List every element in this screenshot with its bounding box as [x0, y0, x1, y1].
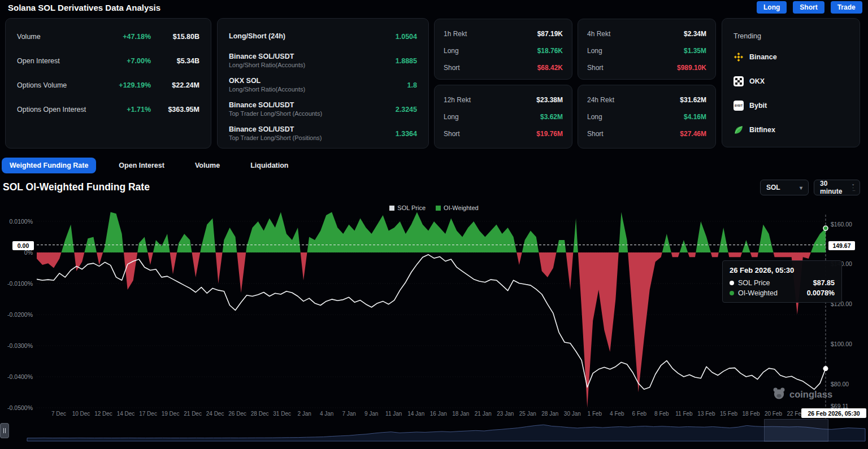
- rekt-short-value: $19.76M: [536, 130, 563, 138]
- svg-text:$100.00: $100.00: [831, 341, 852, 347]
- tab-volume[interactable]: Volume: [187, 158, 228, 173]
- trade-button[interactable]: Trade: [831, 1, 862, 14]
- trending-item-bitfinex[interactable]: Bitfinex: [734, 117, 848, 142]
- stat-value: $363.95M: [162, 106, 199, 114]
- rekt-long-label: Long: [444, 113, 459, 121]
- svg-text:4 Jan: 4 Jan: [320, 411, 333, 417]
- rekt-long-value: $3.62M: [540, 113, 563, 121]
- rekt-short-label: Short: [587, 130, 604, 138]
- rekt-title: 12h Rekt: [444, 96, 471, 104]
- trending-item-okx[interactable]: OKX: [734, 69, 848, 93]
- chevron-down-icon: ▾: [800, 185, 802, 191]
- svg-text:15 Feb: 15 Feb: [720, 411, 738, 417]
- svg-text:10 Dec: 10 Dec: [72, 411, 90, 417]
- chart-tabs: Weighted Funding Rate Open Interest Volu…: [2, 158, 297, 173]
- svg-text:11 Jan: 11 Jan: [385, 411, 402, 417]
- tooltip-series-value: 0.0078%: [807, 289, 835, 297]
- funding-rate-chart[interactable]: 0.0100%0%-0.0100%-0.0200%-0.0300%-0.0400…: [0, 210, 868, 419]
- chart-navigator[interactable]: [0, 419, 868, 442]
- stat-change: +47.18%: [123, 33, 151, 41]
- rekt-long-value: $4.16M: [684, 113, 706, 121]
- long-button[interactable]: Long: [757, 1, 787, 14]
- svg-text:2 Jan: 2 Jan: [297, 411, 311, 417]
- tooltip-series-name: OI-Weighted: [738, 289, 778, 297]
- volume-stats-card: Volume +47.18%$15.80B Open Interest +7.0…: [5, 18, 211, 149]
- ratio-value: 1.8: [407, 81, 417, 89]
- trending-title: Trending: [734, 28, 848, 45]
- stat-row-open-interest: Open Interest +7.00%$5.34B: [17, 49, 199, 73]
- svg-text:30 Jan: 30 Jan: [564, 411, 581, 417]
- svg-text:17 Dec: 17 Dec: [139, 411, 157, 417]
- ratio-label: Binance SOL/USDT: [229, 125, 322, 134]
- crosshair-date-badge: 26 Feb 2026, 05:30: [801, 408, 866, 418]
- rekt-long-label: Long: [587, 47, 602, 55]
- derivatives-dashboard: Solana SOL Derivatives Data Analysis Lon…: [0, 0, 868, 449]
- interval-select[interactable]: 30 minute ˇˈ̲: [814, 180, 860, 195]
- ratio-row: Long/Short (24h) 1.0504: [229, 24, 417, 49]
- legend-label: OI-Weighted: [444, 204, 479, 211]
- svg-text:0.0100%: 0.0100%: [10, 218, 33, 225]
- legend-label: SOL Price: [397, 204, 426, 211]
- tooltip-row: SOL Price $87.85: [730, 279, 835, 287]
- watermark-text: coinglass: [789, 389, 832, 400]
- navigator-selection[interactable]: [764, 419, 828, 442]
- ratio-sublabel: Top Trader Long/Short (Positions): [229, 134, 322, 142]
- legend-item-sol-price[interactable]: SOL Price: [389, 204, 426, 211]
- binance-icon: [734, 52, 744, 62]
- rekt-long-value: $1.35M: [684, 47, 706, 55]
- svg-text:4 Feb: 4 Feb: [610, 411, 624, 417]
- svg-text:-0.0400%: -0.0400%: [7, 373, 33, 380]
- short-button[interactable]: Short: [793, 1, 824, 14]
- svg-text:11 Feb: 11 Feb: [675, 411, 693, 417]
- rekt-short-label: Short: [587, 64, 604, 72]
- stat-label: Open Interest: [17, 57, 60, 65]
- stat-change: +1.71%: [127, 106, 151, 114]
- legend-swatch: [389, 206, 394, 211]
- tooltip-row: OI-Weighted 0.0078%: [730, 289, 835, 297]
- tooltip-series-value: $87.85: [813, 279, 835, 287]
- rekt-card-12h: 12h Rekt$23.38M Long$3.62M Short$19.76M: [434, 85, 572, 149]
- svg-text:14 Dec: 14 Dec: [117, 411, 135, 417]
- long-short-ratios-card: Long/Short (24h) 1.0504 Binance SOL/USDT…: [217, 18, 429, 149]
- tooltip-time: 26 Feb 2026, 05:30: [730, 266, 835, 274]
- rekt-short-value: $27.46M: [680, 130, 706, 138]
- svg-text:7 Dec: 7 Dec: [51, 411, 66, 417]
- tab-open-interest[interactable]: Open Interest: [111, 158, 172, 173]
- ratio-row: Binance SOL/USDTLong/Short Ratio(Account…: [229, 49, 417, 73]
- svg-text:$160.00: $160.00: [831, 221, 852, 228]
- legend-item-oi-weighted[interactable]: OI-Weighted: [436, 204, 479, 211]
- rekt-title: 4h Rekt: [587, 30, 610, 38]
- trending-item-binance[interactable]: Binance: [734, 45, 848, 69]
- svg-text:18 Jan: 18 Jan: [452, 411, 469, 417]
- white-dot-icon: [730, 281, 734, 285]
- svg-text:-0.0500%: -0.0500%: [7, 404, 33, 411]
- ratio-label: OKX SOL: [229, 77, 305, 85]
- ratio-value: 1.8885: [396, 57, 417, 65]
- ratio-value: 1.0504: [396, 33, 417, 41]
- chart-title: SOL OI-Weighted Funding Rate: [3, 181, 150, 193]
- navigator-handle-right[interactable]: [0, 423, 9, 438]
- ratio-row: OKX SOLLong/Short Ratio(Accounts) 1.8: [229, 73, 417, 97]
- rekt-title: 1h Rekt: [444, 30, 467, 38]
- tab-weighted-funding-rate[interactable]: Weighted Funding Rate: [2, 158, 96, 173]
- chart-tooltip: 26 Feb 2026, 05:30 SOL Price $87.85 OI-W…: [722, 260, 842, 303]
- rekt-short-label: Short: [444, 64, 460, 72]
- symbol-select[interactable]: SOL ▾: [760, 180, 809, 195]
- stat-label: Options Volume: [17, 81, 67, 89]
- rekt-long-label: Long: [444, 47, 459, 55]
- rekt-total: $23.38M: [536, 96, 563, 104]
- ratio-value: 1.3364: [396, 130, 417, 138]
- stat-value: $22.24M: [162, 81, 199, 89]
- stat-label: Options Open Interest: [17, 106, 86, 114]
- ratio-row: Binance SOL/USDTTop Trader Long/Short (A…: [229, 97, 417, 121]
- rekt-card-24h: 24h Rekt$31.62M Long$4.16M Short$27.46M: [578, 85, 716, 149]
- trending-item-bybit[interactable]: BYB!T Bybit: [734, 93, 848, 117]
- tab-liquidation[interactable]: Liquidation: [242, 158, 296, 173]
- svg-text:12 Dec: 12 Dec: [94, 411, 112, 417]
- svg-text:BYB!T: BYB!T: [735, 104, 743, 107]
- rekt-short-label: Short: [444, 130, 460, 138]
- svg-text:26 Dec: 26 Dec: [228, 411, 246, 417]
- svg-text:28 Dec: 28 Dec: [251, 411, 269, 417]
- rekt-short-value: $68.42K: [537, 64, 563, 72]
- tooltip-series-name: SOL Price: [738, 279, 770, 287]
